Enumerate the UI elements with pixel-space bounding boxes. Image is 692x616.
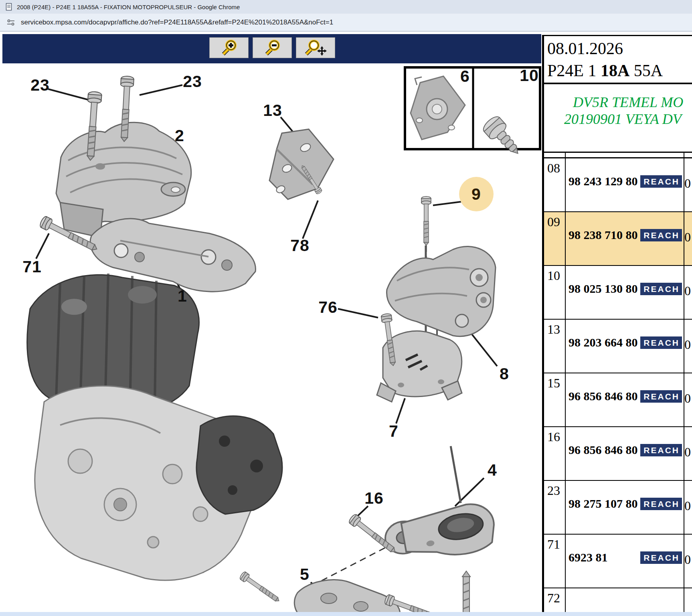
reference-box: 08.01.2026 P24E 1 18A 55A xyxy=(544,35,692,84)
row-part-cell[interactable]: 98 275 107 80 REACH xyxy=(566,481,684,534)
row-part-cell[interactable]: 98 243 129 80 REACH xyxy=(566,158,684,211)
row-quantity: 0 xyxy=(684,373,692,426)
callout-8[interactable]: 8 xyxy=(500,366,509,382)
row-part-cell[interactable] xyxy=(566,588,684,613)
table-row: 71 6923 81 REACH 0 xyxy=(544,535,692,588)
table-row: 08 98 243 129 80 REACH 0 xyxy=(544,158,692,212)
reference-bold: 18A xyxy=(601,61,629,80)
row-part-cell[interactable]: 96 856 846 80 REACH xyxy=(566,427,684,480)
info-panel: 08.01.2026 P24E 1 18A 55A DV5R TEMEL MO … xyxy=(542,35,692,612)
part-number-link[interactable]: 98 275 107 80 xyxy=(569,497,640,511)
reference-suffix: 55A xyxy=(629,61,663,80)
callout-5[interactable]: 5 xyxy=(300,566,310,583)
callout-13[interactable]: 13 xyxy=(263,102,282,119)
parts-table: 08 98 243 129 80 REACH 0 09 98 238 710 8… xyxy=(544,152,692,613)
table-row: 72 xyxy=(544,588,692,613)
row-callout-ref: 15 xyxy=(544,373,566,426)
row-quantity: 0 xyxy=(684,266,692,319)
callout-1[interactable]: 1 xyxy=(178,288,187,304)
part-number-link[interactable]: 96 856 846 80 xyxy=(569,389,640,403)
parts-table-header xyxy=(544,153,692,158)
row-part-cell[interactable]: 98 238 710 80 REACH xyxy=(566,212,684,265)
reference-prefix: P24E 1 xyxy=(547,61,601,80)
row-quantity xyxy=(684,588,692,613)
reach-badge[interactable]: REACH xyxy=(640,283,682,295)
row-quantity: 0 xyxy=(684,481,692,534)
row-part-cell[interactable]: 98 025 130 80 REACH xyxy=(566,266,684,319)
reach-badge[interactable]: REACH xyxy=(640,444,682,456)
callout-10[interactable]: 10 xyxy=(520,67,539,84)
parts-table-body: 08 98 243 129 80 REACH 0 09 98 238 710 8… xyxy=(544,158,692,613)
callout-9[interactable]: 9 xyxy=(459,177,494,211)
part-number-link[interactable]: 6923 81 xyxy=(569,551,640,564)
row-callout-ref: 72 xyxy=(544,588,566,613)
table-row: 15 96 856 846 80 REACH 0 xyxy=(544,373,692,427)
callout-6[interactable]: 6 xyxy=(460,68,470,85)
row-callout-ref: 13 xyxy=(544,320,566,373)
applicability-notes: DV5R TEMEL MO 20190901 VEYA DV xyxy=(544,84,692,152)
callout-78[interactable]: 78 xyxy=(290,237,310,254)
row-callout-ref: 09 xyxy=(544,212,566,265)
reach-badge[interactable]: REACH xyxy=(640,498,682,510)
row-callout-ref: 10 xyxy=(544,266,566,319)
reach-badge[interactable]: REACH xyxy=(640,551,682,564)
table-row: 23 98 275 107 80 REACH 0 xyxy=(544,481,692,535)
catalog-reference: P24E 1 18A 55A xyxy=(547,60,692,82)
part-number-link[interactable]: 98 203 664 80 xyxy=(569,336,640,349)
row-part-cell[interactable]: 6923 81 REACH xyxy=(566,535,684,588)
reach-badge[interactable]: REACH xyxy=(640,390,682,403)
callout-16[interactable]: 16 xyxy=(364,490,384,507)
table-row: 13 98 203 664 80 REACH 0 xyxy=(544,320,692,373)
note-line: DV5R TEMEL MO xyxy=(544,94,692,111)
table-row: 10 98 025 130 80 REACH 0 xyxy=(544,266,692,320)
part-number-link[interactable]: 98 243 129 80 xyxy=(569,174,640,188)
callout-23[interactable]: 23 xyxy=(30,77,50,93)
callout-7[interactable]: 7 xyxy=(389,423,399,440)
row-part-cell[interactable]: 98 203 664 80 REACH xyxy=(566,320,684,373)
callout-23[interactable]: 23 xyxy=(183,73,202,90)
reach-badge[interactable]: REACH xyxy=(640,175,682,188)
row-quantity: 0 xyxy=(684,535,692,588)
callout-76[interactable]: 76 xyxy=(318,299,338,316)
callout-71[interactable]: 71 xyxy=(22,259,42,275)
reach-badge[interactable]: REACH xyxy=(640,229,682,241)
row-callout-ref: 23 xyxy=(544,481,566,534)
row-quantity: 0 xyxy=(684,158,692,211)
row-callout-ref: 08 xyxy=(544,158,566,211)
table-row: 09 98 238 710 80 REACH 0 xyxy=(544,212,692,266)
catalog-date: 08.01.2026 xyxy=(547,38,692,60)
callout-2[interactable]: 2 xyxy=(175,128,184,144)
row-quantity: 0 xyxy=(684,320,692,373)
callout-4[interactable]: 4 xyxy=(488,462,497,478)
part-number-link[interactable]: 98 238 710 80 xyxy=(569,228,640,242)
reach-badge[interactable]: REACH xyxy=(640,336,682,349)
row-quantity: 0 xyxy=(684,427,692,480)
row-callout-ref: 71 xyxy=(544,535,566,588)
row-quantity: 0 xyxy=(684,212,692,265)
note-line: 20190901 VEYA DV xyxy=(544,111,692,128)
table-row: 16 96 856 846 80 REACH 0 xyxy=(544,427,692,481)
part-number-link[interactable]: 98 025 130 80 xyxy=(569,282,640,296)
row-part-cell[interactable]: 96 856 846 80 REACH xyxy=(566,373,684,426)
window-bottom-edge xyxy=(0,612,692,616)
row-callout-ref: 16 xyxy=(544,427,566,480)
part-number-link[interactable]: 96 856 846 80 xyxy=(569,443,640,457)
